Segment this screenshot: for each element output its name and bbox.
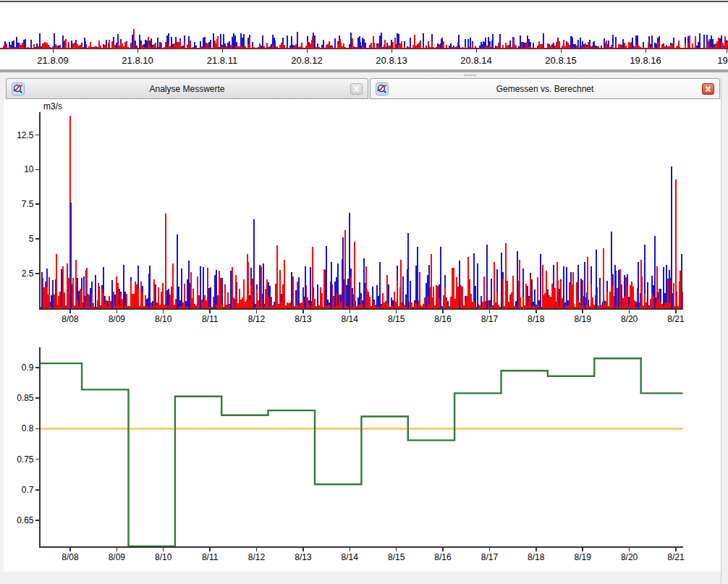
tick-label: 8/20 — [621, 314, 638, 324]
tick-label: 0.75 — [17, 454, 34, 465]
tick-label: 0.85 — [17, 393, 34, 403]
tick-label: 8/14 — [342, 314, 359, 324]
ratio-step-line — [41, 358, 683, 546]
tick-label: 19.8.16 — [630, 55, 661, 66]
tick-label: 20.8.12 — [291, 55, 322, 66]
tab-title: Gemessen vs. Berechnet — [392, 84, 698, 94]
tick-label: 19.8 — [717, 55, 728, 66]
tick-label: 8/09 — [109, 552, 126, 562]
tick-label: 8/13 — [295, 552, 312, 562]
tick-label: 8/17 — [481, 552, 499, 562]
tick-label: 12.5 — [17, 130, 34, 140]
tick-label: 8/12 — [248, 552, 266, 562]
tick-label: 8/17 — [481, 314, 499, 324]
tick-label: 0.65 — [17, 515, 34, 525]
tick-label: 8/11 — [202, 552, 219, 562]
tick-label: 21.8.11 — [207, 55, 237, 66]
tick-label: 7.5 — [22, 199, 34, 209]
tick-label: 8/16 — [434, 552, 452, 562]
splitter-grip-dots — [464, 75, 465, 76]
tick-label: 20.8.15 — [545, 55, 576, 66]
tab-analyse-messwerte[interactable]: Analyse Messwerte — [6, 78, 368, 99]
tick-label: 8/19 — [575, 314, 592, 324]
tab-title: Analyse Messwerte — [28, 84, 346, 94]
close-tab-icon[interactable] — [350, 83, 363, 95]
y-axis — [39, 112, 41, 309]
tick-label: 0.7 — [22, 485, 34, 495]
tick-label: 8/08 — [62, 552, 79, 562]
tick-label: 8/21 — [667, 314, 685, 324]
tick-label: 21.8.09 — [37, 55, 68, 66]
tick-label: 8/12 — [248, 314, 266, 324]
splitter-handle[interactable] — [0, 72, 728, 78]
tick-label: 8/10 — [155, 552, 172, 562]
tick-label: 8/13 — [295, 314, 312, 324]
tick-label: 8/10 — [155, 314, 172, 324]
discharge-chart[interactable]: 2.557.51012.58/088/098/108/118/128/138/1… — [0, 99, 728, 338]
tab-bar: Analyse Messwerte Gemessen vs. Berechnet — [0, 78, 728, 99]
tick-label: m3/s — [43, 101, 62, 111]
x-axis — [39, 308, 684, 310]
overview-timeline-chart[interactable]: 21.8.0921.8.1021.8.1120.8.1220.8.1320.8.… — [0, 0, 728, 69]
tick-label: 8/11 — [202, 314, 219, 324]
tick-label: 8/20 — [621, 552, 638, 562]
tick-label: 8/19 — [575, 552, 592, 562]
tab-gemessen-vs-berechnet[interactable]: Gemessen vs. Berechnet — [370, 78, 720, 99]
tick-label: 8/21 — [667, 552, 685, 562]
overview-x-axis — [0, 48, 728, 50]
tick-label: 5 — [29, 234, 34, 244]
tick-label: 20.8.14 — [460, 55, 491, 66]
tick-label: 8/18 — [528, 552, 545, 562]
ratio-chart[interactable]: 0.650.70.750.80.850.98/088/098/108/118/1… — [0, 338, 728, 584]
tick-label: 20.8.13 — [376, 55, 407, 66]
tick-label: 8/18 — [528, 314, 545, 324]
tick-label: 8/09 — [109, 314, 126, 324]
tick-label: 8/14 — [342, 552, 359, 562]
tick-label: 8/08 — [62, 314, 79, 324]
tick-label: 0.9 — [22, 363, 34, 373]
tick-label: 8/16 — [434, 314, 452, 324]
y-axis — [39, 347, 41, 548]
tick-label: 0.8 — [22, 423, 34, 433]
tick-label: 10 — [24, 164, 34, 174]
tick-label: 8/15 — [388, 552, 405, 562]
tick-label: 2.5 — [22, 268, 34, 279]
chart-magnifier-icon — [376, 82, 389, 96]
tick-label: 21.8.10 — [122, 55, 153, 66]
close-tab-icon[interactable] — [702, 83, 714, 95]
tick-label: 8/15 — [388, 314, 405, 324]
x-axis — [39, 546, 684, 548]
chart-magnifier-icon — [12, 82, 25, 96]
